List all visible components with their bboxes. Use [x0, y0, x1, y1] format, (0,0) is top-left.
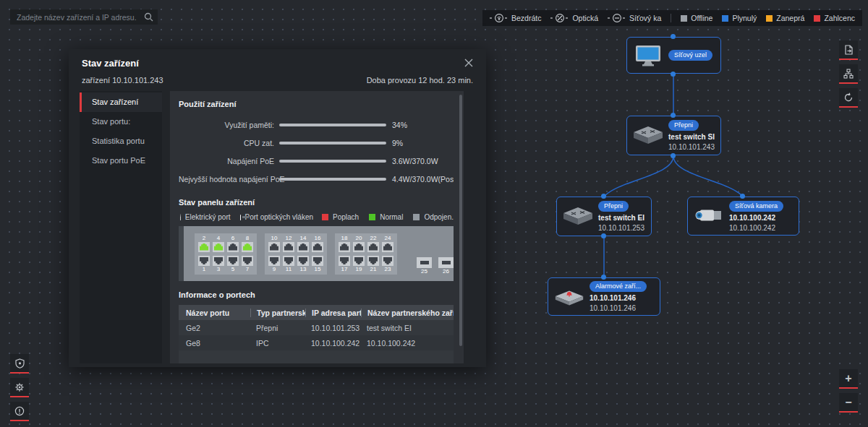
fluent-status-label: Plynulý	[732, 14, 757, 22]
node-name: test switch SI	[668, 133, 715, 141]
alarm-status-swatch	[322, 214, 328, 220]
node-switch-main[interactable]: Přepni test switch SI 10.10.101.243	[626, 116, 721, 155]
port-24: 24	[382, 235, 393, 252]
dialog-content: Použití zařízení Využití paměti: 34% CPU…	[170, 91, 464, 363]
offline-status-swatch	[681, 15, 687, 22]
node-alarm-device[interactable]: Alarmové zaří... 10.10.101.246 10.10.101…	[548, 277, 660, 316]
poe-peak-value: 4.4W/370.0W(Posledních 7 d	[392, 175, 454, 184]
node-type-badge: Síťový uzel	[668, 50, 712, 61]
security-button[interactable]	[10, 354, 29, 374]
camera-icon	[692, 207, 726, 225]
cpu-usage-row: CPU zat. 9%	[179, 134, 454, 152]
settings-button[interactable]	[10, 378, 29, 397]
info-button[interactable]	[10, 402, 29, 421]
zoom-in-button[interactable]: +	[839, 369, 858, 389]
port-3: 3	[213, 256, 224, 273]
node-camera[interactable]: Síťová kamera 10.10.100.242 10.10.100.24…	[687, 197, 799, 236]
close-button[interactable]	[463, 57, 475, 69]
switch-icon	[631, 125, 665, 147]
memory-usage-label: Využití paměti:	[179, 121, 274, 129]
legend-network-label: Síťový ka	[629, 14, 661, 22]
node-type-badge: Alarmové zaří...	[590, 281, 647, 292]
port-13: 13	[297, 256, 309, 273]
node-type-badge: Přepni	[668, 120, 699, 131]
link-dot	[601, 275, 606, 280]
monitor-icon	[631, 44, 665, 67]
port-17: 17	[339, 256, 350, 273]
table-row: Ge8 IPC 10.10.100.242 10.10.100.242	[179, 335, 454, 350]
port-2: 2	[198, 235, 210, 252]
sfp-ports: 2526	[417, 257, 454, 275]
node-switch-child[interactable]: Přepni test switch EI 10.10.101.253	[556, 197, 652, 236]
info-icon	[14, 406, 25, 416]
port-19: 19	[353, 256, 365, 273]
content-scrollbar[interactable]	[459, 95, 462, 346]
export-icon	[843, 45, 854, 55]
link-dot	[671, 113, 676, 118]
close-icon	[464, 59, 473, 67]
link-dot	[740, 194, 745, 199]
refresh-icon	[843, 92, 854, 103]
port-12: 12	[283, 235, 294, 252]
electrical-port-icon	[180, 214, 181, 220]
electrical-port-label: Elektrický port	[185, 213, 231, 221]
topology-view-button[interactable]	[839, 64, 858, 84]
node-name: test switch EI	[598, 214, 644, 222]
col-port-name: Název portu	[179, 309, 250, 317]
node-type-badge: Síťová kamera	[729, 201, 783, 212]
legend-status-busy: Zaneprá	[766, 14, 804, 22]
device-label: zařízení 10.10.101.243	[82, 76, 163, 85]
legend-network-link: Síťový ka	[608, 13, 661, 23]
dialog-sidebar: Stav zařízení Stav portu: Statistika por…	[80, 91, 162, 363]
device-status-dialog: Stav zařízení zařízení 10.10.101.243 Dob…	[69, 49, 486, 367]
port-group: 1820222417192123	[335, 233, 397, 275]
panel-section-title: Stav panelu zařízení	[179, 198, 454, 207]
sidebar-item-device-status[interactable]: Stav zařízení	[80, 92, 162, 112]
cpu-usage-label: CPU zat.	[179, 139, 274, 147]
sidebar-item-port-statistics[interactable]: Statistika portu	[80, 131, 162, 151]
port-25: 25	[417, 257, 432, 275]
fluent-status-swatch	[722, 15, 728, 22]
table-empty-row	[179, 350, 454, 363]
port-info-title: Informace o portech	[179, 290, 454, 299]
refresh-button[interactable]	[839, 88, 858, 108]
zoom-out-button[interactable]: −	[839, 393, 858, 413]
node-name: 10.10.100.242	[729, 214, 775, 222]
fiber-port-icon	[240, 215, 241, 220]
usage-section: Využití paměti: 34% CPU zat. 9% Napájení…	[179, 116, 454, 188]
uptime-label: Doba provozu 12 hod. 23 min.	[367, 76, 473, 85]
left-toolbar	[10, 354, 29, 421]
table-body: Ge2 Přepni 10.10.101.253 test switch EI …	[179, 320, 454, 363]
port-11: 11	[283, 256, 294, 273]
poe-power-row: Napájení PoE 3.6W/370.0W	[179, 152, 454, 170]
link-dot	[671, 72, 676, 77]
link-dot	[671, 153, 676, 158]
device-search	[10, 9, 158, 25]
port-8: 8	[242, 235, 253, 252]
gear-icon	[14, 382, 25, 392]
usage-section-title: Použití zařízení	[179, 100, 454, 108]
sidebar-item-port-status[interactable]: Stav portu:	[80, 112, 162, 131]
link-dot	[601, 194, 606, 199]
optical-link-icon	[550, 13, 569, 23]
dialog-title: Stav zařízení	[82, 58, 139, 69]
table-header-row: Název portu Typ partnerskéh... IP adresa…	[179, 305, 454, 320]
zoom-controls: + −	[839, 369, 858, 413]
wireless-link-icon	[490, 13, 509, 23]
legend-status-fluent: Plynulý	[722, 14, 757, 22]
node-network-root[interactable]: Síťový uzel	[626, 37, 721, 74]
search-icon[interactable]	[144, 12, 153, 22]
poe-power-bar	[279, 160, 386, 163]
search-input[interactable]	[17, 13, 144, 22]
poe-peak-row: Nejvyšší hodnota napájení PoE 4.4W/370.0…	[179, 170, 454, 188]
export-report-button[interactable]	[839, 40, 858, 60]
sidebar-item-poe-port-status[interactable]: Stav portu PoE	[80, 151, 162, 171]
port-9: 9	[268, 256, 280, 273]
memory-usage-value: 34%	[392, 121, 407, 129]
node-ip: 10.10.100.242	[729, 224, 775, 232]
congested-status-swatch	[814, 15, 820, 22]
topology-legend: Bezdrátc Optická Síťový ka Offline Plynu…	[482, 10, 862, 26]
port-group: 101214169111315	[265, 233, 327, 275]
memory-usage-row: Využití paměti: 34%	[179, 116, 454, 134]
legend-divider	[671, 14, 671, 22]
